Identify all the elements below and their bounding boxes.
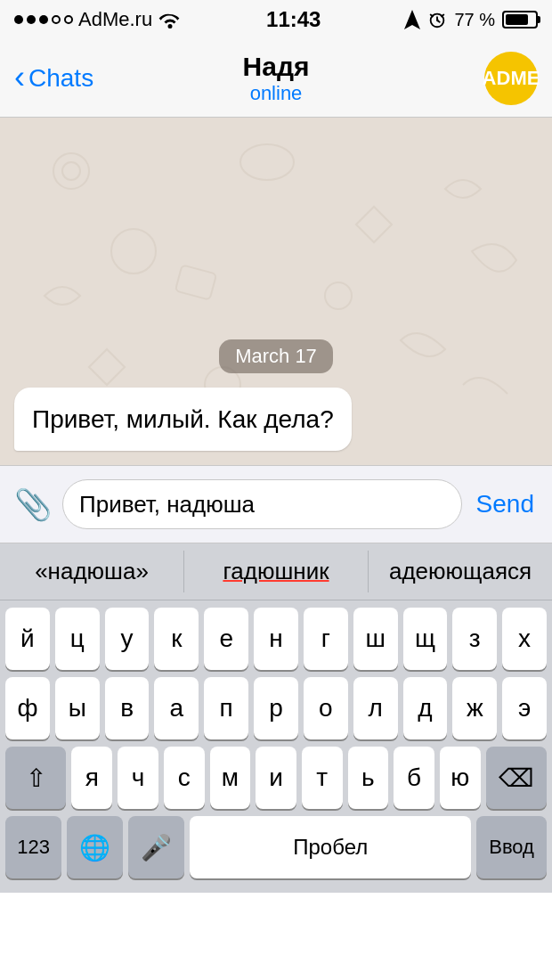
key-л[interactable]: л: [353, 677, 398, 739]
key-б[interactable]: б: [394, 747, 434, 809]
keyboard-row-2: ф ы в а п р о л д ж э: [0, 670, 552, 739]
key-р[interactable]: р: [254, 677, 298, 739]
dot-1: [14, 15, 23, 24]
battery-percent: 77 %: [454, 10, 495, 30]
autocomplete-item-0[interactable]: «надюша»: [0, 551, 184, 592]
nav-bar: ‹ Chats Надя online ADME: [0, 39, 552, 118]
globe-key[interactable]: 🌐: [67, 816, 123, 878]
key-з[interactable]: з: [452, 608, 497, 670]
key-ь[interactable]: ь: [348, 747, 389, 809]
key-о[interactable]: о: [304, 677, 348, 739]
chat-area: March 17 Привет, милый. Как дела?: [0, 118, 552, 465]
send-button[interactable]: Send: [473, 490, 538, 519]
autocomplete-item-2[interactable]: адеюющаяся: [369, 551, 552, 592]
back-button[interactable]: ‹ Chats: [14, 63, 93, 94]
battery-fill: [506, 14, 528, 25]
contact-status: online: [243, 82, 310, 105]
key-н[interactable]: н: [254, 608, 298, 670]
enter-key[interactable]: Ввод: [476, 816, 547, 878]
date-badge: March 17: [219, 339, 333, 373]
key-ф[interactable]: ф: [5, 677, 50, 739]
alarm-icon: [427, 10, 447, 29]
dot-4: [52, 15, 61, 24]
key-а[interactable]: а: [154, 677, 199, 739]
shift-key[interactable]: ⇧: [5, 747, 67, 809]
status-left: AdMe.ru: [14, 8, 183, 31]
space-key[interactable]: Пробел: [190, 816, 471, 878]
keyboard-bottom-row: 123 🌐 🎤 Пробел Ввод: [0, 809, 552, 893]
key-и[interactable]: и: [256, 747, 296, 809]
back-label: Chats: [28, 64, 93, 93]
dot-5: [64, 15, 73, 24]
key-й[interactable]: й: [5, 608, 50, 670]
key-т[interactable]: т: [302, 747, 343, 809]
key-м[interactable]: м: [210, 747, 251, 809]
key-д[interactable]: д: [403, 677, 448, 739]
key-с[interactable]: с: [164, 747, 205, 809]
key-п[interactable]: п: [204, 677, 248, 739]
key-е[interactable]: е: [204, 608, 248, 670]
status-time: 11:43: [266, 7, 321, 32]
chevron-left-icon: ‹: [14, 61, 25, 94]
message-input[interactable]: [62, 479, 462, 529]
key-ы[interactable]: ы: [55, 677, 100, 739]
nav-center: Надя online: [243, 52, 310, 105]
backspace-key[interactable]: ⌫: [486, 747, 548, 809]
autocomplete-bar: «надюша» гадюшник адеюющаяся: [0, 543, 552, 600]
keyboard-row-1: й ц у к е н г ш щ з х: [0, 600, 552, 670]
status-right: 77 %: [404, 10, 538, 30]
key-щ[interactable]: щ: [403, 608, 448, 670]
key-в[interactable]: в: [105, 677, 150, 739]
key-х[interactable]: х: [502, 608, 547, 670]
keyboard-row-3: ⇧ я ч с м и т ь б ю ⌫: [0, 739, 552, 809]
key-у[interactable]: у: [105, 608, 150, 670]
status-bar: AdMe.ru 11:43 77 %: [0, 0, 552, 39]
signal-dots: [14, 15, 73, 24]
attach-icon[interactable]: 📎: [14, 486, 52, 522]
key-ч[interactable]: ч: [118, 747, 158, 809]
key-г[interactable]: г: [304, 608, 348, 670]
contact-name: Надя: [243, 52, 310, 82]
wifi-icon: [158, 10, 183, 29]
key-ц[interactable]: ц: [55, 608, 100, 670]
key-ш[interactable]: ш: [353, 608, 398, 670]
carrier-label: AdMe.ru: [78, 8, 152, 31]
key-я[interactable]: я: [71, 747, 112, 809]
dot-2: [27, 15, 36, 24]
location-icon: [404, 10, 420, 29]
key-ю[interactable]: ю: [440, 747, 481, 809]
num-key[interactable]: 123: [5, 816, 61, 878]
avatar-text: ADME: [483, 67, 540, 90]
battery-bar: [502, 11, 538, 29]
key-ж[interactable]: ж: [452, 677, 497, 739]
message-text: Привет, милый. Как дела?: [32, 405, 334, 433]
keyboard: й ц у к е н г ш щ з х ф ы в а п р о л д …: [0, 600, 552, 893]
chat-content: March 17 Привет, милый. Как дела?: [0, 118, 552, 465]
input-bar: 📎 Send: [0, 465, 552, 543]
mic-key[interactable]: 🎤: [128, 816, 184, 878]
message-bubble: Привет, милый. Как дела?: [14, 388, 352, 451]
dot-3: [39, 15, 48, 24]
avatar[interactable]: ADME: [484, 52, 538, 105]
key-к[interactable]: к: [154, 608, 199, 670]
autocomplete-item-1[interactable]: гадюшник: [184, 551, 369, 592]
key-э[interactable]: э: [502, 677, 547, 739]
